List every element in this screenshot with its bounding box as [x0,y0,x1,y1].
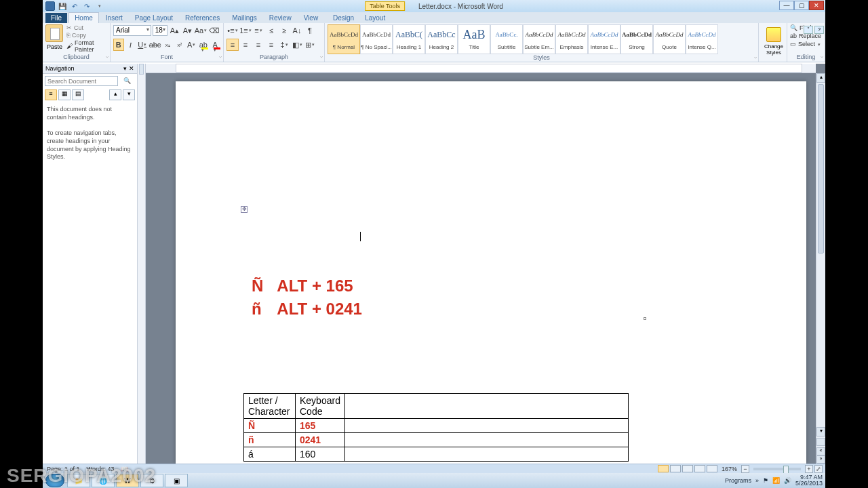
justify-button[interactable]: ≡ [265,39,277,51]
underline-button[interactable]: U [137,39,148,51]
tab-insert[interactable]: Insert [100,13,128,23]
increase-indent-button[interactable]: ≥ [278,24,290,37]
qat-save-icon[interactable]: 💾 [58,1,67,11]
align-center-button[interactable]: ≡ [239,39,252,51]
nav-prev-icon[interactable]: ▴ [109,89,121,100]
view-draft-button[interactable] [707,465,717,472]
copy-button[interactable]: ⎘Copy [66,32,107,39]
horizontal-ruler[interactable] [146,64,816,73]
numbering-button[interactable]: 1≡ [239,24,252,37]
zoom-in-button[interactable]: + [805,465,813,473]
task-app2[interactable]: ▣ [165,474,188,487]
table-row[interactable]: á160 [244,447,629,462]
character-table[interactable]: Letter / Character Keyboard Code Ñ165ñ02… [243,393,629,462]
tab-home[interactable]: Home [68,12,99,23]
clear-formatting-button[interactable]: ⌫ [208,24,220,37]
qat-redo-icon[interactable]: ↷ [82,1,92,11]
align-right-button[interactable]: ≡ [252,39,264,51]
tray-flag-icon[interactable]: ⚑ [763,477,768,484]
shrink-font-button[interactable]: A▾ [182,24,193,37]
italic-button[interactable]: I [125,39,136,51]
tray-volume-icon[interactable]: 🔊 [784,477,791,484]
tab-review[interactable]: Review [264,13,297,23]
font-name-combo[interactable]: Arial [113,25,151,36]
search-input[interactable] [45,76,118,86]
view-print-layout-button[interactable] [658,465,669,472]
styles-gallery[interactable]: AaBbCcDd¶ NormalAaBbCcDd¶ No Spaci...AaB… [328,24,755,54]
style-subtle-em-[interactable]: AaBbCcDdSubtle Em... [523,24,555,54]
bullets-button[interactable]: •≡ [226,24,239,37]
tab-file[interactable]: File [45,13,67,23]
nav-next-icon[interactable]: ▾ [123,89,135,100]
nav-dropdown-icon[interactable]: ▾ [123,65,127,72]
view-web-layout-button[interactable] [682,465,693,472]
qat-customize-icon[interactable] [94,1,104,11]
view-outline-button[interactable] [694,465,705,472]
table-row[interactable]: ñ0241 [244,433,629,447]
table-move-handle-icon[interactable]: ✥ [241,206,248,213]
vertical-scrollbar[interactable]: ▴ ▾ « » [816,73,825,464]
show-marks-button[interactable]: ¶ [304,24,316,37]
scroll-thumb[interactable] [818,84,824,253]
font-size-combo[interactable]: 18 [153,25,167,36]
close-button[interactable]: ✕ [809,1,824,10]
decrease-indent-button[interactable]: ≤ [265,24,277,37]
table-row[interactable]: Ñ165 [244,419,629,433]
minimize-button[interactable]: — [779,1,794,10]
tab-design[interactable]: Design [328,13,359,23]
qat-undo-icon[interactable]: ↶ [70,1,79,11]
table-resize-handle-icon[interactable] [644,317,646,320]
align-left-button[interactable]: ≡ [226,39,239,51]
strikethrough-button[interactable]: abc [149,39,161,51]
nav-tab-results[interactable]: ▤ [72,89,84,100]
tab-view[interactable]: View [298,13,324,23]
style-strong[interactable]: AaBbCcDdStrong [620,24,653,54]
style--no-spaci-[interactable]: AaBbCcDd¶ No Spaci... [360,24,393,54]
select-button[interactable]: ▭Select [790,41,823,47]
superscript-button[interactable]: x² [174,39,185,51]
page[interactable]: ✥ ÑALT + 165 ñALT + 0241 Letter / Charac… [176,81,806,464]
style-heading-1[interactable]: AaBbC(Heading 1 [393,24,425,54]
nav-close-icon[interactable]: ✕ [129,65,134,72]
cut-button[interactable]: ✂Cut [66,24,107,31]
line-spacing-button[interactable]: ‡ [278,39,290,51]
scroll-down-icon[interactable]: ▾ [816,427,825,436]
tray-network-icon[interactable]: 📶 [772,477,780,484]
style--normal[interactable]: AaBbCcDd¶ Normal [328,24,360,54]
shading-button[interactable]: ◧ [291,39,303,51]
ribbon-minimize-icon[interactable]: ˅ [804,26,813,34]
tab-page-layout[interactable]: Page Layout [130,13,178,23]
zoom-out-button[interactable]: − [741,465,749,473]
change-case-button[interactable]: Aa [195,24,207,37]
scroll-up-icon[interactable]: ▴ [816,73,825,83]
nav-tab-pages[interactable]: ▦ [58,89,71,100]
help-icon[interactable]: ? [814,26,824,34]
subscript-button[interactable]: x₂ [163,39,174,51]
font-color-button[interactable]: A [210,39,221,51]
next-page-icon[interactable]: » [816,455,825,464]
zoom-percent[interactable]: 167% [722,466,737,472]
style-quote[interactable]: AaBbCcDdQuote [653,24,686,54]
paste-button[interactable]: Paste [45,24,64,53]
style-title[interactable]: AaBTitle [458,24,490,54]
tray-clock[interactable]: 9:47 AM5/26/2013 [795,474,823,487]
view-full-screen-button[interactable] [670,465,681,472]
zoom-fit-button[interactable]: ⤢ [814,465,823,473]
zoom-slider[interactable] [753,468,801,470]
style-intense-e-[interactable]: AaBbCcDdIntense E... [588,24,620,54]
format-painter-button[interactable]: 🖌Format Painter [66,39,107,53]
maximize-button[interactable]: ▢ [794,1,809,10]
borders-button[interactable]: ⊞ [304,39,316,51]
style-intense-q-[interactable]: AaBbCcDdIntense Q... [686,24,718,54]
tab-mailings[interactable]: Mailings [226,13,262,23]
text-effects-button[interactable]: A [186,39,197,51]
style-emphasis[interactable]: AaBbCcDdEmphasis [555,24,588,54]
change-styles-button[interactable]: Change Styles [762,24,786,56]
grow-font-button[interactable]: A▴ [169,24,180,37]
highlight-button[interactable]: ab [198,39,209,51]
prev-page-icon[interactable]: « [816,447,825,455]
browse-object-icon[interactable] [816,438,825,446]
vertical-ruler[interactable] [138,64,146,464]
tray-programs[interactable]: Programs [725,477,751,484]
tab-references[interactable]: References [180,13,225,23]
